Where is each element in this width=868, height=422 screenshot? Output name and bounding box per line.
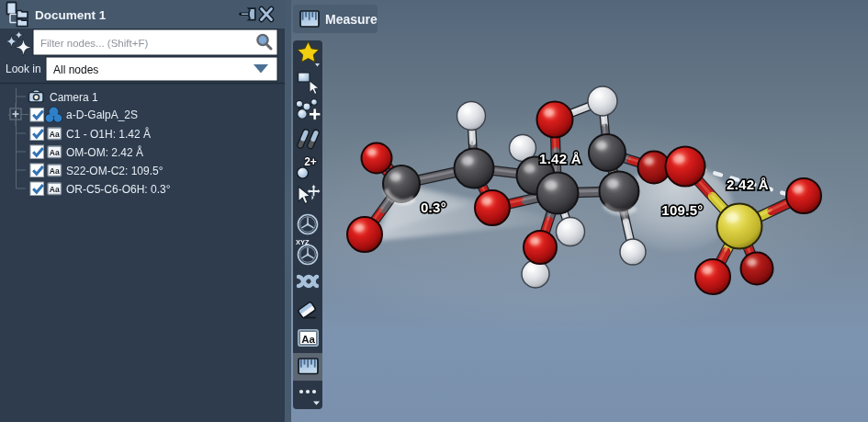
svg-text:2+: 2+ [304,155,317,168]
svg-text:OM-OM: 2.42 Å: OM-OM: 2.42 Å [66,145,143,159]
svg-text:1.42 Å: 1.42 Å [539,151,581,166]
svg-text:C1 - O1H: 1.42 Å: C1 - O1H: 1.42 Å [66,127,151,141]
svg-text:Aa: Aa [50,148,60,157]
svg-text:Aa: Aa [50,185,60,194]
svg-text:109.5°: 109.5° [661,202,703,218]
svg-text:0.3°: 0.3° [421,200,446,215]
svg-text:Look in: Look in [6,63,41,75]
svg-text:Filter nodes... (Shift+F): Filter nodes... (Shift+F) [40,38,148,49]
svg-text:a-D-GalpA_2S: a-D-GalpA_2S [66,108,138,121]
svg-text:Aa: Aa [301,334,315,345]
svg-text:S22-OM-C2: 109.5°: S22-OM-C2: 109.5° [66,165,163,177]
svg-text:2.42 Å: 2.42 Å [727,177,769,192]
svg-text:Measure: Measure [325,12,378,27]
svg-text:Aa: Aa [50,130,60,139]
svg-text:OR-C5-C6-O6H: 0.3°: OR-C5-C6-O6H: 0.3° [66,183,171,196]
svg-text:Camera 1: Camera 1 [50,91,98,104]
svg-text:Aa: Aa [50,166,60,176]
svg-text:All nodes: All nodes [53,63,98,76]
svg-text:Document 1: Document 1 [35,8,107,22]
